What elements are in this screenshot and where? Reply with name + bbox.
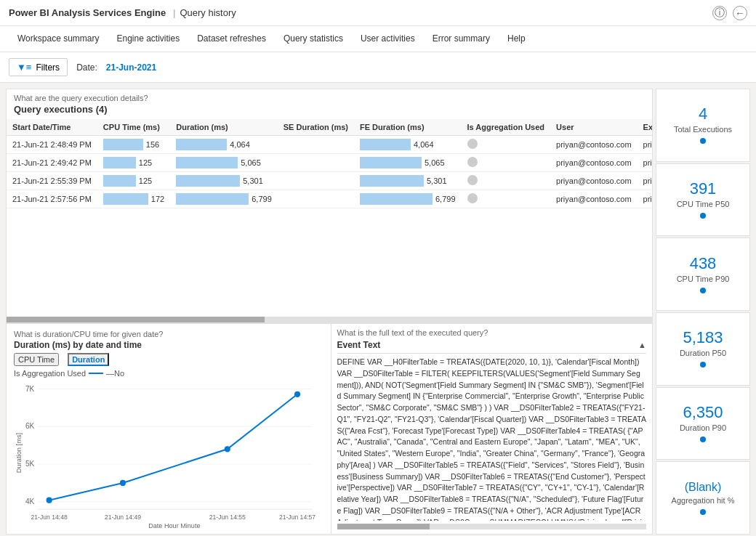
nav-help[interactable]: Help (499, 26, 534, 52)
col-user: User (550, 119, 638, 136)
event-col-label: Event Text (337, 340, 381, 350)
query-section-label: What are the query execution details? (7, 89, 652, 104)
table-row[interactable]: 21-Jun-21 2:49:42 PM 125 5,065 5,065 pri… (7, 154, 652, 172)
table-row[interactable]: 21-Jun-21 2:48:49 PM 156 4,064 4,064 pri… (7, 136, 652, 154)
cell-fe: 5,301 (354, 172, 462, 190)
query-table: Start Date/Time CPU Time (ms) Duration (… (7, 119, 652, 208)
horizontal-scrollbar[interactable] (7, 317, 652, 322)
cell-duration: 6,799 (170, 190, 278, 208)
stat-label: Aggregation hit % (672, 496, 735, 505)
col-fe: FE Duration (ms) (354, 119, 462, 136)
chart-title: Duration (ms) by date and time (14, 340, 323, 350)
date-prefix: Date: (76, 62, 97, 73)
chart-area: 7K 6K 5K 4K Duration [ms] (14, 378, 323, 528)
event-text-content[interactable]: DEFINE VAR __H0FilterTable = TREATAS({DA… (337, 357, 647, 521)
chart-legend: Is Aggregation Used —No (14, 369, 323, 378)
svg-text:21-Jun 14:55: 21-Jun 14:55 (209, 513, 246, 520)
col-agg: Is Aggregation Used (462, 119, 551, 136)
legend-label: Is Aggregation Used (14, 369, 86, 378)
table-row[interactable]: 21-Jun-21 2:55:39 PM 125 5,301 5,301 pri… (7, 172, 652, 190)
stat-dot (700, 436, 706, 442)
svg-text:21-Jun 14:48: 21-Jun 14:48 (31, 513, 68, 520)
cell-se (278, 172, 354, 190)
cell-start: 21-Jun-21 2:48:49 PM (7, 136, 97, 154)
chart-controls: CPU Time Duration (14, 353, 323, 366)
svg-text:21-Jun 14:57: 21-Jun 14:57 (279, 513, 315, 520)
svg-text:5K: 5K (25, 460, 35, 468)
svg-text:6K: 6K (25, 422, 35, 430)
stat-value: (Blank) (685, 482, 722, 493)
scroll-thumb[interactable] (7, 317, 265, 322)
cell-agg (462, 154, 551, 172)
cpu-time-btn[interactable]: CPU Time (14, 353, 59, 366)
cell-duration: 5,065 (170, 154, 278, 172)
svg-point-12 (294, 391, 300, 397)
cell-fe: 4,064 (354, 136, 462, 154)
nav-engine-activities[interactable]: Engine activities (108, 26, 188, 52)
col-start: Start Date/Time (7, 119, 97, 136)
main-content: What are the query execution details? Qu… (0, 83, 756, 536)
sort-icon[interactable]: ▲ (638, 341, 646, 349)
nav-user-activities[interactable]: User activities (352, 26, 424, 52)
stat-dot (700, 288, 706, 293)
cell-cpu: 172 (97, 190, 170, 208)
cell-agg (462, 190, 551, 208)
nav-workspace-summary[interactable]: Workspace summary (9, 26, 108, 52)
nav-query-statistics[interactable]: Query statistics (275, 26, 352, 52)
info-icon[interactable]: ⓘ (712, 6, 727, 20)
cell-start: 21-Jun-21 2:57:56 PM (7, 190, 97, 208)
filter-label: Filters (36, 62, 60, 73)
page-title: Query history (180, 7, 236, 18)
svg-point-9 (47, 498, 52, 503)
legend-line (89, 373, 103, 374)
stat-dot (700, 213, 706, 219)
query-table-container[interactable]: Start Date/Time CPU Time (ms) Duration (… (7, 119, 652, 317)
stat-value: 438 (690, 256, 717, 272)
svg-text:21-Jun 14:49: 21-Jun 14:49 (105, 513, 141, 520)
cell-se (278, 190, 354, 208)
stat-label: Duration P90 (680, 423, 726, 432)
stat-card: 4 Total Executions (656, 89, 750, 162)
nav-dataset-refreshes[interactable]: Dataset refreshes (188, 26, 275, 52)
cell-user: priyan@contoso.com (550, 190, 638, 208)
cell-exec-user: priyan@contoso.com (638, 190, 652, 208)
header-separator: | (173, 8, 175, 18)
back-icon[interactable]: ← (733, 6, 747, 20)
filters-button[interactable]: ▼≡ Filters (9, 58, 68, 76)
cell-user: priyan@contoso.com (550, 136, 638, 154)
svg-text:Date Hour Minute: Date Hour Minute (148, 522, 200, 528)
cell-se (278, 154, 354, 172)
cell-cpu: 156 (97, 136, 170, 154)
col-cpu: CPU Time (ms) (97, 119, 170, 136)
table-row[interactable]: 21-Jun-21 2:57:56 PM 172 6,799 6,799 pri… (7, 190, 652, 208)
filter-icon: ▼≡ (17, 62, 31, 73)
event-scroll-thumb[interactable] (337, 524, 430, 529)
stat-value: 391 (690, 181, 717, 197)
stat-value: 6,350 (683, 405, 723, 421)
nav-error-summary[interactable]: Error summary (424, 26, 499, 52)
app-brand: Power BI Analysis Services Engine (9, 7, 166, 18)
duration-btn[interactable]: Duration (68, 353, 109, 366)
stat-card: 391 CPU Time P50 (656, 163, 750, 237)
svg-text:Duration [ms]: Duration [ms] (15, 433, 23, 473)
app-header: Power BI Analysis Services Engine | Quer… (0, 0, 756, 26)
cell-fe: 5,065 (354, 154, 462, 172)
event-section-label: What is the full text of the executed qu… (337, 328, 647, 337)
col-se: SE Duration (ms) (278, 119, 354, 136)
col-duration: Duration (ms) (170, 119, 278, 136)
svg-text:7K: 7K (25, 385, 35, 393)
cell-start: 21-Jun-21 2:49:42 PM (7, 154, 97, 172)
chart-svg: 7K 6K 5K 4K Duration [ms] (14, 378, 323, 528)
chart-section-label: What is duration/CPU time for given date… (14, 330, 323, 338)
stats-panel: 4 Total Executions 391 CPU Time P50 438 … (656, 89, 750, 535)
stat-label: CPU Time P90 (677, 275, 730, 283)
stat-dot (700, 362, 706, 368)
event-text-panel: What is the full text of the executed qu… (331, 324, 653, 534)
stat-card: 6,350 Duration P90 (656, 387, 750, 460)
chart-panel: What is duration/CPU time for given date… (7, 324, 331, 534)
event-scrollbar[interactable] (337, 524, 647, 529)
stat-dot (700, 509, 706, 515)
cell-cpu: 125 (97, 154, 170, 172)
stat-value: 5,183 (683, 330, 723, 346)
cell-exec-user: priyan@contoso.com (638, 172, 652, 190)
